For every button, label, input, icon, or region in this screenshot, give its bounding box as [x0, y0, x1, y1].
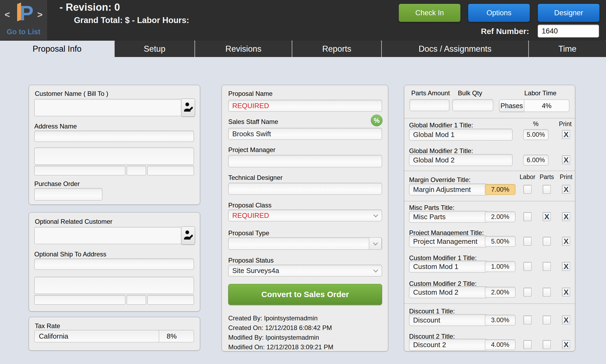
print-checkbox[interactable]: X — [562, 237, 570, 246]
labor-time-value-field[interactable]: 4% — [524, 100, 569, 112]
global-mod-1-row: X — [404, 129, 575, 141]
svg-text:P: P — [20, 2, 33, 25]
dropdown-button[interactable] — [369, 237, 382, 250]
print-checkbox[interactable]: X — [562, 316, 570, 324]
discount-1-pct-input[interactable] — [485, 315, 515, 325]
ref-number-label: Ref Number: — [466, 27, 529, 36]
discount-2-pct-input[interactable] — [485, 339, 515, 350]
custom-mod-1-pct-input[interactable] — [485, 261, 515, 272]
options-button[interactable]: Options — [468, 4, 530, 22]
print-checkbox[interactable]: X — [562, 288, 570, 297]
tab-revisions[interactable]: Revisions — [194, 41, 292, 57]
phases-button[interactable]: Phases — [499, 100, 524, 112]
tax-name-field[interactable]: California — [34, 330, 159, 342]
global-mod-2-title-input[interactable] — [409, 154, 513, 166]
labor-column-header: Labor — [518, 173, 537, 181]
parts-checkbox[interactable] — [543, 262, 551, 271]
ship-city-input[interactable] — [34, 295, 125, 305]
ref-number-input[interactable] — [538, 25, 599, 37]
custom-mod-1-title-input[interactable] — [409, 261, 487, 272]
labor-checkbox[interactable] — [523, 288, 532, 297]
discount-1-title-input[interactable] — [409, 314, 487, 326]
street-address-input[interactable] — [34, 147, 194, 165]
check-in-button[interactable]: Check In — [399, 4, 461, 22]
purchase-order-input[interactable] — [34, 188, 102, 200]
technical-designer-input[interactable] — [228, 183, 382, 195]
select-related-customer-button[interactable] — [181, 226, 195, 245]
print-checkbox[interactable]: X — [562, 212, 570, 221]
margin-title-input[interactable] — [409, 184, 487, 195]
ship-to-name-input[interactable] — [34, 259, 194, 270]
print-checkbox[interactable]: X — [562, 262, 570, 271]
project-management-pct-input[interactable] — [485, 236, 515, 247]
labor-checkbox[interactable] — [523, 340, 532, 349]
parts-checkbox[interactable] — [543, 185, 551, 194]
global-mod-2-pct-input[interactable] — [523, 155, 548, 165]
tab-reports[interactable]: Reports — [292, 41, 381, 57]
ship-state-input[interactable] — [127, 295, 146, 305]
labor-checkbox[interactable] — [523, 212, 532, 221]
convert-to-sales-order-button[interactable]: Convert to Sales Order — [228, 284, 382, 305]
parts-checkbox[interactable] — [543, 316, 551, 324]
city-input[interactable] — [34, 166, 125, 175]
proposal-name-input[interactable] — [228, 100, 382, 112]
ship-zip-input[interactable] — [147, 295, 194, 305]
print-checkbox[interactable]: X — [562, 130, 570, 139]
global-mod-1-pct-input[interactable] — [523, 129, 548, 140]
tab-setup[interactable]: Setup — [114, 41, 194, 57]
tab-proposal-info[interactable]: Proposal Info — [0, 41, 114, 57]
sales-staff-input[interactable] — [228, 128, 382, 140]
select-customer-button[interactable] — [181, 98, 195, 117]
tax-rate-field[interactable]: 8% — [159, 330, 194, 342]
print-checkbox[interactable]: X — [562, 156, 570, 164]
bulk-qty-input[interactable] — [452, 99, 493, 111]
proposal-status-dropdown[interactable]: Site Surveys4a — [228, 265, 382, 276]
parts-checkbox[interactable]: X — [543, 212, 551, 221]
custom-mod-2-pct-input[interactable] — [485, 287, 515, 298]
x-mark: X — [564, 263, 569, 270]
customer-name-input[interactable] — [34, 99, 182, 116]
tab-time[interactable]: Time — [528, 41, 606, 57]
address-name-input[interactable] — [34, 131, 194, 142]
go-to-list-link[interactable]: Go to List — [7, 28, 40, 36]
state-input[interactable] — [127, 166, 146, 175]
person-edit-icon — [183, 102, 193, 113]
x-mark: X — [564, 131, 569, 138]
custom-mod-2-title-input[interactable] — [409, 286, 487, 298]
labor-checkbox[interactable] — [523, 316, 532, 324]
misc-parts-row: X X — [404, 211, 575, 223]
global-mod-2-label: Global Modifier 2 Title: — [409, 147, 473, 155]
project-manager-input[interactable] — [228, 155, 382, 167]
print-checkbox[interactable]: X — [562, 185, 570, 194]
tax-panel: Tax Rate California 8% — [29, 317, 200, 351]
global-mod-1-title-input[interactable] — [409, 129, 513, 141]
misc-parts-pct-input[interactable] — [485, 211, 515, 222]
ship-to-street-input[interactable] — [34, 277, 194, 294]
zip-input[interactable] — [147, 166, 194, 175]
created-on-text: Created On: 12/12/2018 6:08:42 PM — [228, 324, 332, 332]
parts-checkbox[interactable] — [543, 237, 551, 246]
proposal-class-dropdown[interactable]: REQUIRED — [228, 210, 382, 221]
discount-2-title-input[interactable] — [409, 339, 487, 351]
proposal-panel: Proposal Name Sales Staff Name % Project… — [222, 85, 388, 351]
parts-checkbox[interactable] — [543, 288, 551, 297]
proposal-type-dropdown[interactable] — [228, 237, 382, 250]
misc-parts-label: Misc Parts Title: — [409, 204, 454, 211]
margin-override-row: X — [404, 184, 575, 196]
labor-checkbox[interactable] — [523, 262, 532, 271]
designer-button[interactable]: Designer — [538, 4, 600, 22]
labor-checkbox[interactable] — [523, 237, 532, 246]
margin-pct-input[interactable] — [485, 184, 515, 195]
related-customer-input[interactable] — [34, 227, 182, 244]
project-management-title-input[interactable] — [409, 236, 487, 247]
parts-checkbox[interactable] — [543, 340, 551, 349]
labor-checkbox[interactable] — [523, 185, 532, 194]
tab-docs-assignments[interactable]: Docs / Assignments — [381, 41, 528, 57]
print-checkbox[interactable]: X — [562, 340, 570, 349]
discount-2-row: X — [404, 339, 575, 351]
misc-parts-title-input[interactable] — [409, 211, 487, 223]
prev-record-button[interactable]: < — [5, 10, 10, 19]
parts-amount-input[interactable] — [410, 99, 449, 111]
percent-badge-icon[interactable]: % — [371, 115, 383, 126]
next-record-button[interactable]: > — [37, 10, 43, 19]
